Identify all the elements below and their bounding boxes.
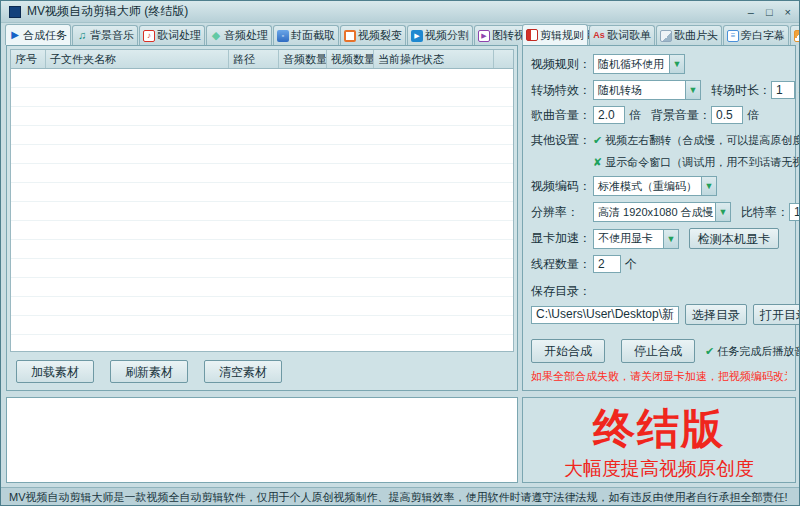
detect-gpu-button[interactable]: 检测本机显卡 xyxy=(689,228,779,249)
save-dir-label-row: 保存目录： xyxy=(531,283,787,300)
chevron-down-icon[interactable]: ▼ xyxy=(701,176,717,196)
col-path: 路径 xyxy=(229,50,279,68)
transition-duration-input[interactable] xyxy=(771,81,795,99)
gpu-dropdown[interactable]: 不使用显卡 ▼ xyxy=(593,229,679,249)
tab-video-fission[interactable]: 视频裂变 xyxy=(340,25,406,45)
save-dir-row: 选择目录 打开目录 xyxy=(531,304,787,325)
music-note-icon: ♫ xyxy=(76,30,88,42)
choose-dir-button[interactable]: 选择目录 xyxy=(685,304,747,325)
refresh-material-button[interactable]: 刷新素材 xyxy=(110,360,188,383)
tab-audio-processing[interactable]: ◆ 音频处理 xyxy=(206,25,272,45)
tab-label: 音频处理 xyxy=(224,28,268,43)
threads-row: 线程数量： 个 xyxy=(531,255,787,273)
transition-row: 转场特效： 随机转场 ▼ 转场时长： 秒 xyxy=(531,80,787,100)
task-table-body[interactable] xyxy=(11,69,513,351)
col-video-count: 视频数量 xyxy=(327,50,374,68)
image-to-video-icon: ▶ xyxy=(478,30,490,42)
tab-edit-rules[interactable]: 剪辑规则 xyxy=(522,24,588,45)
tab-lyrics-list[interactable]: As 歌词歌单 xyxy=(589,25,655,45)
tab-video-split[interactable]: ▶ 视频分割 xyxy=(407,25,473,45)
tab-label: 剪辑规则 xyxy=(540,28,584,43)
chevron-down-icon[interactable]: ▼ xyxy=(715,202,731,222)
tab-cover-capture[interactable]: ▫ 封面截取 xyxy=(273,25,339,45)
tab-narration-subtitle[interactable]: ≡ 旁白字幕 xyxy=(723,25,789,45)
failure-hint-text: 如果全部合成失败，请关闭显卡加速，把视频编码改为重编码后重试 xyxy=(531,369,787,384)
material-buttons-row: 加载素材 刷新素材 清空素材 xyxy=(10,352,514,383)
transition-value: 随机转场 xyxy=(593,80,685,100)
checkmark-icon[interactable]: ✔ xyxy=(593,134,602,147)
sound-option-label[interactable]: 任务完成后播放音效 xyxy=(717,344,800,359)
bitrate-label: 比特率： xyxy=(741,204,789,221)
tab-lyrics-processing[interactable]: ♪ 歌词处理 xyxy=(139,25,205,45)
chevron-down-icon[interactable]: ▼ xyxy=(685,80,701,100)
video-rule-label: 视频规则： xyxy=(531,56,593,73)
song-volume-input[interactable] xyxy=(593,106,625,124)
save-dir-label: 保存目录： xyxy=(531,283,591,300)
lyrics-icon: ♪ xyxy=(143,30,155,42)
minimize-button[interactable]: – xyxy=(748,6,754,18)
cover-capture-icon: ▫ xyxy=(277,30,289,42)
song-volume-label: 歌曲音量： xyxy=(531,107,593,124)
lyrics-list-icon: As xyxy=(593,30,605,42)
tab-label: 背景音乐 xyxy=(90,28,134,43)
task-panel: 序号 子文件夹名称 路径 音频数量 视频数量 当前操作状态 加载素材 刷新素材 … xyxy=(6,45,518,391)
video-rule-value: 随机循环使用 xyxy=(593,54,669,74)
flip-option-row: 其他设置： ✔ 视频左右翻转（合成慢，可以提高原创度） xyxy=(531,132,787,149)
gpu-row: 显卡加速： 不使用显卡 ▼ 检测本机显卡 xyxy=(531,228,787,249)
task-table[interactable]: 序号 子文件夹名称 路径 音频数量 视频数量 当前操作状态 xyxy=(10,49,514,352)
tab-label: 歌词歌单 xyxy=(607,28,651,43)
status-bar: MV视频自动剪辑大师是一款视频全自动剪辑软件，仅用于个人原创视频制作、提高剪辑效… xyxy=(1,487,799,506)
chevron-down-icon[interactable]: ▼ xyxy=(663,229,679,249)
tab-label: 歌曲片头 xyxy=(674,28,718,43)
window-controls: – □ × xyxy=(748,6,791,18)
tab-label: 视频分割 xyxy=(425,28,469,43)
chevron-down-icon[interactable]: ▼ xyxy=(669,54,685,74)
cmd-option-row: ✘ 显示命令窗口（调试用，用不到话请无视） xyxy=(531,155,787,170)
edition-banner: 终结版 大幅度提高视频原创度 xyxy=(522,397,796,483)
app-window: MV视频自动剪辑大师 (终结版) – □ × ▶ 合成任务 ♫ 背景音乐 ♪ 歌… xyxy=(0,0,800,506)
video-rule-dropdown[interactable]: 随机循环使用 ▼ xyxy=(593,54,685,74)
edit-rules-icon xyxy=(526,29,538,41)
col-subfolder-name: 子文件夹名称 xyxy=(46,50,229,68)
stop-compose-button[interactable]: 停止合成 xyxy=(621,339,695,363)
window-title: MV视频自动剪辑大师 (终结版) xyxy=(27,3,188,20)
bitrate-input[interactable] xyxy=(789,203,800,221)
tab-label: 旁白字幕 xyxy=(741,28,785,43)
threads-unit: 个 xyxy=(625,256,637,273)
start-compose-button[interactable]: 开始合成 xyxy=(531,339,605,363)
bg-volume-input[interactable] xyxy=(711,106,743,124)
open-dir-button[interactable]: 打开目录 xyxy=(753,304,800,325)
transition-dropdown[interactable]: 随机转场 ▼ xyxy=(593,80,701,100)
clear-material-button[interactable]: 清空素材 xyxy=(204,360,282,383)
edition-subtitle: 大幅度提高视频原创度 xyxy=(523,456,795,482)
threads-label: 线程数量： xyxy=(531,256,593,273)
video-rule-row: 视频规则： 随机循环使用 ▼ xyxy=(531,54,787,74)
tab-label: 封面截取 xyxy=(291,28,335,43)
resolution-row: 分辨率： 高清 1920x1080 合成慢 ▼ 比特率： k xyxy=(531,202,787,222)
tab-export-title[interactable]: 导出标题 xyxy=(790,25,800,45)
tab-compose-task[interactable]: ▶ 合成任务 xyxy=(5,24,71,45)
load-material-button[interactable]: 加载素材 xyxy=(16,360,94,383)
cmd-option-label[interactable]: 显示命令窗口（调试用，用不到话请无视） xyxy=(605,155,800,170)
tab-background-music[interactable]: ♫ 背景音乐 xyxy=(72,25,138,45)
tab-label: 视频裂变 xyxy=(358,28,402,43)
bg-volume-unit: 倍 xyxy=(747,107,759,124)
flip-option-label[interactable]: 视频左右翻转（合成慢，可以提高原创度） xyxy=(605,133,800,148)
close-button[interactable]: × xyxy=(785,6,791,18)
export-title-icon xyxy=(794,30,800,42)
resolution-dropdown[interactable]: 高清 1920x1080 合成慢 ▼ xyxy=(593,202,731,222)
tab-song-intro[interactable]: 歌曲片头 xyxy=(656,25,722,45)
save-dir-input[interactable] xyxy=(531,306,679,324)
maximize-button[interactable]: □ xyxy=(766,6,773,18)
edition-title: 终结版 xyxy=(523,406,795,452)
song-intro-icon xyxy=(660,30,672,42)
encode-dropdown[interactable]: 标准模式（重编码） ▼ xyxy=(593,176,717,196)
cross-icon[interactable]: ✘ xyxy=(593,156,602,169)
checkmark-icon[interactable]: ✔ xyxy=(705,345,714,358)
status-text: MV视频自动剪辑大师是一款视频全自动剪辑软件，仅用于个人原创视频制作、提高剪辑效… xyxy=(9,491,788,503)
audio-diamond-icon: ◆ xyxy=(210,30,222,42)
play-icon: ▶ xyxy=(9,29,21,41)
gpu-label: 显卡加速： xyxy=(531,230,593,247)
volume-row: 歌曲音量： 倍 背景音量： 倍 xyxy=(531,106,787,124)
threads-input[interactable] xyxy=(593,255,621,273)
